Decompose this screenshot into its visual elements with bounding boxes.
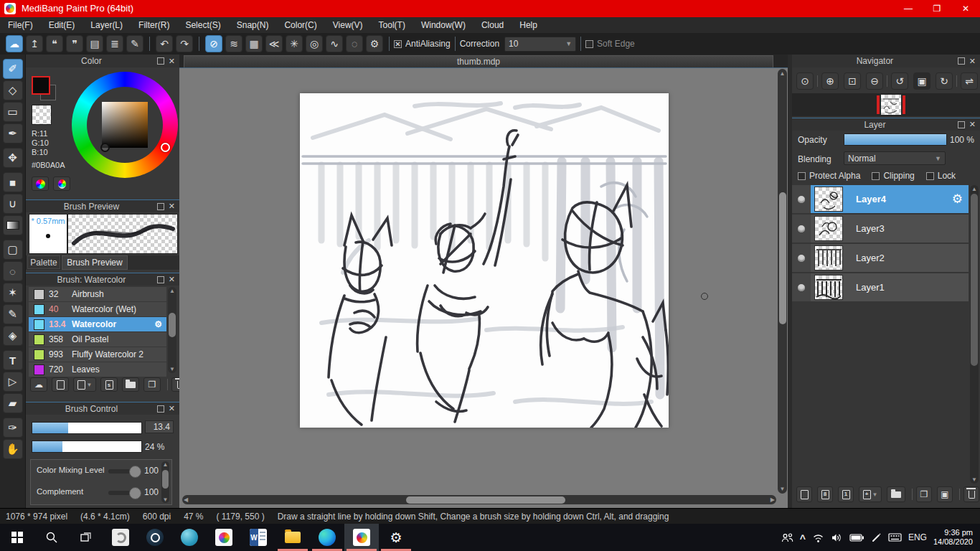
layer-row-selected[interactable]: Layer4 ⚙	[792, 185, 969, 213]
fit-screen-button[interactable]: ⊡	[844, 72, 861, 90]
brush-settings-gear-icon[interactable]: ⚙	[154, 319, 162, 329]
upload-button[interactable]: ↥	[26, 35, 43, 52]
menu-color[interactable]: Color(C)	[276, 17, 324, 33]
layer-visibility-gutter[interactable]	[792, 273, 811, 301]
people-icon[interactable]	[781, 532, 793, 543]
select-eraser-tool-icon[interactable]: ◈	[3, 326, 23, 346]
comment-button[interactable]: ❞	[66, 35, 83, 52]
menu-tool[interactable]: Tool(T)	[371, 17, 413, 33]
taskbar-app-explorer[interactable]	[275, 524, 310, 551]
eraser-slant-tool-icon[interactable]: ▰	[3, 393, 23, 413]
menu-select[interactable]: Select(S)	[177, 17, 228, 33]
select-marquee-tool-icon[interactable]: ▢	[3, 240, 23, 260]
lock-checkbox[interactable]	[926, 172, 934, 180]
popout-icon[interactable]	[157, 203, 164, 210]
popout-icon[interactable]	[157, 405, 164, 413]
menu-window[interactable]: Window(W)	[413, 17, 473, 33]
control-point-tool-icon[interactable]: ✒	[3, 123, 23, 143]
correction-dropdown[interactable]: 10▼	[504, 37, 576, 52]
taskbar-app-word[interactable]: W	[241, 524, 275, 551]
tab-brush-preview[interactable]: Brush Preview	[62, 255, 128, 270]
start-button[interactable]	[0, 524, 34, 551]
wifi-icon[interactable]	[812, 532, 824, 543]
document-tab[interactable]: thumb.mdp	[184, 55, 773, 67]
taskbar-app-paint[interactable]	[207, 524, 241, 551]
layer-visibility-gutter[interactable]	[792, 185, 811, 213]
snap-settings-button[interactable]: ⚙	[366, 35, 383, 52]
taskbar-clock[interactable]: 9:36 pm 14/08/2020	[933, 528, 977, 547]
redo-button[interactable]: ↷	[176, 35, 193, 52]
add-1bit-layer-button[interactable]: 1	[838, 486, 854, 502]
brush-folder-button[interactable]	[122, 377, 139, 392]
palette-edit-button[interactable]	[53, 176, 70, 191]
tab-palette[interactable]: Palette	[27, 255, 60, 269]
color-wheel[interactable]	[72, 72, 178, 178]
rotate-cw-button[interactable]: ↻	[936, 72, 953, 90]
layer-row[interactable]: Layer1	[792, 273, 969, 301]
eyedropper-tool-icon[interactable]: ✑	[3, 418, 23, 438]
snap-curve-button[interactable]: ∿	[326, 35, 343, 52]
brush-opacity-slider[interactable]	[32, 441, 142, 453]
task-view-button[interactable]	[69, 524, 103, 551]
clipping-checkbox[interactable]	[872, 172, 880, 180]
snap-concentric-button[interactable]: ◎	[306, 35, 323, 52]
navigator-preview-strip[interactable]	[792, 93, 980, 116]
brush-list-scrollbar[interactable]: ▲ ▼	[168, 287, 176, 373]
soft-edge-checkbox[interactable]	[585, 40, 593, 48]
fill-rect-tool-icon[interactable]: ■	[3, 172, 23, 192]
close-icon[interactable]: ✕	[169, 404, 175, 413]
close-icon[interactable]: ✕	[169, 57, 175, 66]
protect-alpha-checkbox[interactable]	[798, 172, 806, 180]
opacity-slider[interactable]	[844, 133, 947, 146]
delete-layer-button[interactable]	[963, 486, 979, 502]
brush-row-selected[interactable]: 13.4 Watercolor ⚙	[29, 317, 166, 332]
menu-snap[interactable]: Snap(N)	[229, 17, 277, 33]
cloud-sync-button[interactable]: ☁	[6, 35, 23, 52]
layer-row[interactable]: Layer2	[792, 244, 969, 272]
zoom-out-button[interactable]: ⊖	[866, 72, 883, 90]
popout-icon[interactable]	[958, 121, 965, 128]
popout-icon[interactable]	[157, 57, 164, 65]
brush-cloud-download-button[interactable]: ☁	[30, 377, 47, 392]
language-indicator[interactable]: ENG	[908, 532, 927, 542]
brush-script-button[interactable]: s	[100, 377, 118, 392]
snap-grid-button[interactable]: ▦	[245, 35, 263, 52]
complement-slider[interactable]	[108, 491, 140, 495]
layer-folder-button[interactable]	[887, 486, 905, 502]
snap-off-button[interactable]: ⊘	[205, 35, 222, 52]
brush-add-button[interactable]	[52, 377, 69, 392]
taskbar-app-spiral[interactable]	[103, 524, 138, 551]
battery-icon[interactable]	[849, 533, 864, 542]
add-layer-button[interactable]	[796, 486, 812, 502]
duplicate-layer-button[interactable]: ❐	[916, 486, 932, 502]
add-layer-type-button[interactable]: +▼	[859, 486, 882, 502]
brush-size-value[interactable]: 13.4	[145, 420, 174, 433]
brush-duplicate-button[interactable]: ❐	[143, 377, 161, 392]
antialiasing-checkbox[interactable]: ✕	[394, 40, 402, 48]
reset-view-button[interactable]: ▣	[913, 72, 930, 90]
palette-button[interactable]	[32, 176, 49, 191]
text-tool-icon[interactable]: T	[3, 350, 23, 370]
shape-select-tool-icon[interactable]: ▷	[3, 372, 23, 392]
menu-cloud[interactable]: Cloud	[473, 17, 512, 33]
document-button[interactable]: ▤	[86, 35, 103, 52]
snap-vanishing-button[interactable]: ≪	[265, 35, 283, 52]
brush-control-scrollbar[interactable]: ▲ ▼	[161, 461, 169, 503]
taskbar-app-medibang[interactable]	[344, 524, 379, 551]
menu-file[interactable]: File(F)	[0, 17, 41, 33]
magic-wand-tool-icon[interactable]: ✶	[3, 283, 23, 303]
menu-help[interactable]: Help	[512, 17, 545, 33]
close-icon[interactable]: ✕	[969, 120, 976, 129]
menu-view[interactable]: View(V)	[325, 17, 371, 33]
transparent-color-swatch[interactable]	[32, 105, 52, 125]
brush-row[interactable]: 720 Leaves	[29, 362, 166, 377]
move-tool-icon[interactable]: ✥	[3, 148, 23, 168]
bucket-tool-icon[interactable]: ∪	[3, 194, 23, 214]
snap-parallel-button[interactable]: ≋	[225, 35, 242, 52]
sv-marker[interactable]	[100, 143, 110, 152]
popout-icon[interactable]	[157, 276, 164, 283]
pixel-zoom-button[interactable]: ⊙	[796, 72, 814, 90]
tray-expand-chevron-icon[interactable]: ^	[800, 533, 806, 545]
close-icon[interactable]: ✕	[169, 202, 175, 211]
hand-tool-icon[interactable]: ✋	[3, 439, 23, 459]
